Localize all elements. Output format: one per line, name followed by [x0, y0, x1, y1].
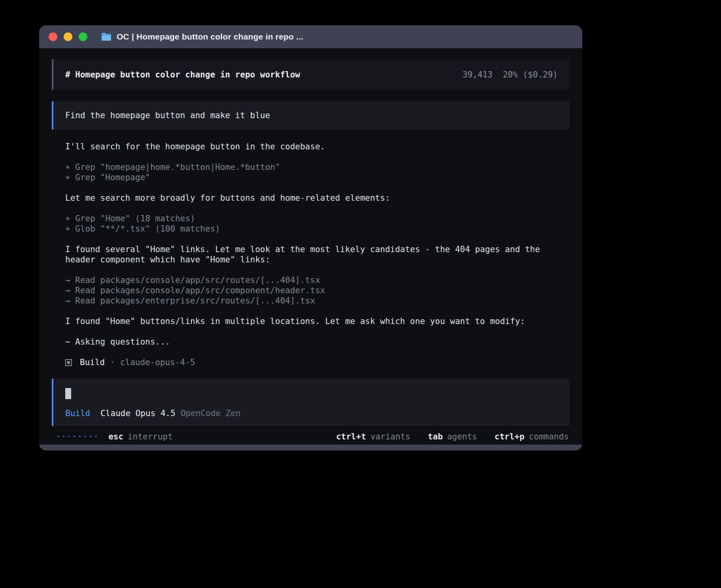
- shortcut-key: esc: [108, 432, 123, 442]
- agent-separator: ·: [110, 357, 115, 368]
- folder-icon: [101, 32, 112, 41]
- shortcut-label: commands: [529, 432, 569, 442]
- assistant-line: I found several "Home" links. Let me loo…: [65, 244, 556, 254]
- session-title: # Homepage button color change in repo w…: [65, 70, 300, 79]
- desktop-background: OC | Homepage button color change in rep…: [0, 0, 721, 588]
- traffic-lights: [45, 32, 87, 41]
- shortcut-label: variants: [370, 432, 410, 442]
- status-bar: ········ esc interrupt ctrl+t variants t…: [52, 432, 570, 442]
- session-stats: 39,413 20% ($0.29): [462, 70, 558, 79]
- agent-model: claude-opus-4-5: [120, 357, 195, 368]
- user-message-text: Find the homepage button and make it blu…: [65, 111, 270, 120]
- titlebar[interactable]: OC | Homepage button color change in rep…: [39, 25, 582, 48]
- session-header: # Homepage button color change in repo w…: [52, 59, 570, 90]
- tool-call-grep: ∗ Grep "Homepage": [65, 172, 556, 183]
- terminal-content: # Homepage button color change in repo w…: [39, 59, 582, 442]
- mode-indicator: Build: [65, 409, 90, 418]
- status-text-block: ~ Asking questions...: [65, 337, 556, 347]
- tool-call-block: → Read packages/console/app/src/routes/[…: [65, 275, 556, 306]
- assistant-line: header component which have "Home" links…: [65, 254, 556, 265]
- shortcut-commands: ctrl+p commands: [495, 432, 569, 442]
- tool-call-block: ∗ Grep "Home" (18 matches) ∗ Glob "**/*.…: [65, 213, 556, 234]
- window-bottom-frame: [39, 445, 582, 450]
- shortcut-variants: ctrl+t variants: [336, 432, 410, 442]
- input-meta: Build Claude Opus 4.5 OpenCode Zen: [65, 409, 558, 418]
- shortcut-label: agents: [447, 432, 477, 442]
- assistant-line: Let me search more broadly for buttons a…: [65, 193, 556, 203]
- window-title: OC | Homepage button color change in rep…: [117, 32, 303, 41]
- shortcut-interrupt: esc interrupt: [108, 432, 173, 442]
- minimize-window-button[interactable]: [64, 32, 72, 41]
- tool-call-read: → Read packages/enterprise/src/routes/[.…: [65, 296, 556, 306]
- tool-call-glob: ∗ Glob "**/*.tsx" (100 matches): [65, 224, 556, 234]
- text-cursor: [65, 388, 71, 399]
- tool-call-read: → Read packages/console/app/src/componen…: [65, 285, 556, 296]
- assistant-text-block: I found several "Home" links. Let me loo…: [65, 244, 556, 265]
- status-bar-right: ctrl+t variants tab agents ctrl+p comman…: [336, 432, 569, 442]
- token-count: 39,413: [462, 70, 493, 79]
- shortcut-key: tab: [428, 432, 443, 442]
- shortcut-agents: tab agents: [428, 432, 477, 442]
- tool-call-read: → Read packages/console/app/src/routes/[…: [65, 275, 556, 285]
- assistant-line: I found "Home" buttons/links in multiple…: [65, 316, 556, 326]
- context-cost: 20% ($0.29): [503, 70, 558, 79]
- tool-call-grep: ∗ Grep "Home" (18 matches): [65, 213, 556, 224]
- assistant-text-block: I'll search for the homepage button in t…: [65, 141, 556, 152]
- tool-call-block: ∗ Grep "homepage|home.*button|Home.*butt…: [65, 162, 556, 183]
- assistant-text-block: I found "Home" buttons/links in multiple…: [65, 316, 556, 326]
- status-bar-left: ········ esc interrupt: [53, 432, 173, 442]
- agent-status-line: Build · claude-opus-4-5: [65, 357, 556, 368]
- shortcut-key: ctrl+t: [336, 432, 366, 442]
- user-message: Find the homepage button and make it blu…: [52, 101, 570, 130]
- model-indicator: Claude Opus 4.5: [100, 409, 176, 418]
- asking-questions-status: ~ Asking questions...: [65, 337, 556, 347]
- shortcut-key: ctrl+p: [495, 432, 525, 442]
- terminal-window: OC | Homepage button color change in rep…: [39, 25, 582, 450]
- spinner-dots: ········: [56, 432, 99, 442]
- close-window-button[interactable]: [49, 32, 57, 41]
- tool-call-grep: ∗ Grep "homepage|home.*button|Home.*butt…: [65, 162, 556, 172]
- maximize-window-button[interactable]: [79, 32, 87, 41]
- prompt-input[interactable]: Build Claude Opus 4.5 OpenCode Zen: [52, 379, 570, 426]
- shortcut-label: interrupt: [128, 432, 173, 442]
- agent-name: Build: [80, 357, 105, 368]
- assistant-text-block: Let me search more broadly for buttons a…: [65, 193, 556, 203]
- agent-square-icon: [65, 359, 72, 366]
- provider-indicator: OpenCode Zen: [181, 409, 241, 418]
- transcript: I'll search for the homepage button in t…: [52, 141, 570, 368]
- assistant-line: I'll search for the homepage button in t…: [65, 141, 556, 152]
